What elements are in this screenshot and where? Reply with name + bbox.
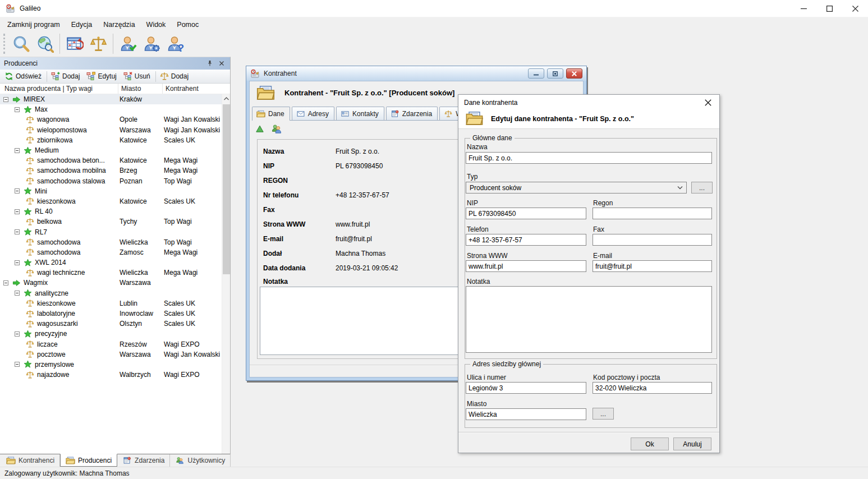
ulica-input[interactable] [466,382,586,394]
ok-button[interactable]: Ok [631,437,669,450]
contacts-button[interactable] [271,124,282,134]
collapse-expander-icon[interactable] [15,148,20,153]
tree-row[interactable]: wagi techniczneWieliczkaMega Wagi [0,268,222,278]
tree-row[interactable]: WagmixWarszawa [0,278,222,288]
menu-widok[interactable]: Widok [141,19,172,31]
column-header-kontrahent[interactable]: Kontrahent [163,84,230,94]
nazwa-input[interactable] [466,152,712,164]
usu--button[interactable]: Usuń [121,71,154,82]
tree-row[interactable]: pocztoweWarszawaWagi Jan Kowalski [0,349,222,360]
search-button[interactable] [10,33,33,55]
collapse-expander-icon[interactable] [15,229,20,234]
close-button[interactable] [566,68,582,79]
anuluj-button[interactable]: Anuluj [673,437,711,450]
tree-row[interactable]: przemyslowe [0,360,222,370]
dodaj-button[interactable]: Dodaj [48,71,84,82]
expand-button[interactable] [255,125,265,133]
edytuj-button[interactable]: Edytuj [84,71,120,82]
miasto-browse-button[interactable]: ... [593,408,614,420]
notatka-input[interactable] [466,286,712,353]
column-header-city[interactable]: Miasto [118,84,163,94]
collapse-expander-icon[interactable] [15,188,20,194]
tree-row[interactable]: Mini [0,186,222,196]
collapse-expander-icon[interactable] [15,291,20,296]
minimize-button[interactable] [528,68,544,79]
tree-row[interactable]: samochodowa stalowaPoznanTop Wagi [0,176,222,186]
tree-row[interactable]: XWL 2014 [0,257,222,268]
tree-row[interactable]: wagosuszarkiOlsztynScales UK [0,319,222,329]
email-input[interactable] [593,260,712,272]
tab-producenci[interactable]: Producenci [60,454,117,467]
tree-row[interactable]: zbiornikowaKatowiceScales UK [0,135,222,145]
tree-row[interactable]: wagonowaOpoleWagi Jan Kowalski [0,114,222,125]
tree-row[interactable]: labolatoryjneInowroclawScales UK [0,308,222,319]
menu-zamknij-program[interactable]: Zamknij program [2,19,66,31]
tree-row[interactable]: belkowaTychyTop Wagi [0,217,222,227]
city-cell: Zamosc [120,248,144,256]
dialog-close-button[interactable] [702,97,714,108]
tree-scrollbar[interactable] [222,94,230,454]
nip-input[interactable] [466,208,586,219]
collapse-expander-icon[interactable] [15,331,20,337]
global-search-button[interactable] [33,33,57,55]
user-accept-button[interactable] [116,33,140,55]
scroll-up-icon[interactable] [222,94,230,103]
scales-icon [26,197,34,205]
tree-row[interactable]: kieszonkowaKatowiceScales UK [0,196,222,206]
dodaj-button[interactable]: Dodaj [157,71,192,82]
tree-row[interactable]: kieszonkoweLublinScales UK [0,298,222,308]
tab-u-ytkownicy[interactable]: Użytkownicy [170,454,231,467]
tree-row[interactable]: wielopomostowaWarszawaWagi Jan Kowalski [0,125,222,135]
user-settings-button[interactable] [140,33,163,55]
telefon-input[interactable] [466,234,586,246]
www-input[interactable] [466,260,586,272]
tree-row[interactable]: MIREXKraków [0,94,222,104]
report-table-button[interactable] [63,33,86,55]
tab-zdarzenia[interactable]: Zdarzenia [386,107,438,120]
pin-button[interactable] [205,59,214,68]
column-header-name[interactable]: Nazwa producenta | Typ wagi [0,84,118,94]
scrollbar-thumb[interactable] [223,104,230,274]
collapse-expander-icon[interactable] [3,280,8,285]
collapse-expander-icon[interactable] [15,260,20,265]
tree-row[interactable]: najazdoweWalbrzychWagi EXPO [0,370,222,380]
menu-pomoc[interactable]: Pomoc [171,19,204,31]
tab-zdarzenia[interactable]: Zdarzenia [117,454,170,467]
minimize-button[interactable] [791,0,816,17]
tree-row[interactable]: RL7 [0,227,222,237]
menu-edycja[interactable]: Edycja [66,19,98,31]
user-help-button[interactable] [163,33,187,55]
collapse-expander-icon[interactable] [15,107,20,112]
menu-narz-dzia[interactable]: Narzędzia [98,19,140,31]
scales-button[interactable] [86,33,110,55]
tree-row[interactable]: liczaceRzeszówWagi EXPO [0,339,222,349]
regon-input[interactable] [593,208,712,219]
tab-dane[interactable]: Dane [252,107,290,121]
kod-input[interactable] [593,382,712,394]
tab-adresy[interactable]: Adresy [292,107,334,120]
tree-row[interactable]: RL 40 [0,206,222,217]
maximize-button[interactable] [816,0,842,17]
tree-row[interactable]: samochodowa mobilnaBrzegMega Wagi [0,165,222,176]
typ-browse-button[interactable]: ... [691,182,713,194]
tree-row[interactable]: analityczne [0,288,222,298]
tree-row[interactable]: samochodowaWieliczkaTop Wagi [0,237,222,247]
collapse-expander-icon[interactable] [15,362,20,367]
tab-kontrahenci[interactable]: Kontrahenci [1,454,60,467]
tree-row[interactable]: Max [0,104,222,114]
panel-close-button[interactable] [217,59,226,68]
fax-input[interactable] [593,234,712,246]
collapse-expander-icon[interactable] [3,97,8,102]
collapse-expander-icon[interactable] [15,209,20,214]
tree-row[interactable]: Medium [0,145,222,155]
tree-row[interactable]: samochodowaZamoscMega Wagi [0,247,222,257]
miasto-input[interactable] [466,408,586,420]
tab-kontakty[interactable]: Kontakty [336,107,384,120]
typ-select[interactable]: Producent soków [466,182,687,194]
od-wie--button[interactable]: Odśwież [2,71,45,82]
close-button[interactable] [842,0,868,17]
restore-button[interactable] [547,68,563,79]
tree-row[interactable]: samochodowa beton...KatowiceMega Wagi [0,155,222,165]
toolbar-grip[interactable] [3,34,6,54]
tree-row[interactable]: precyzyjne [0,329,222,339]
